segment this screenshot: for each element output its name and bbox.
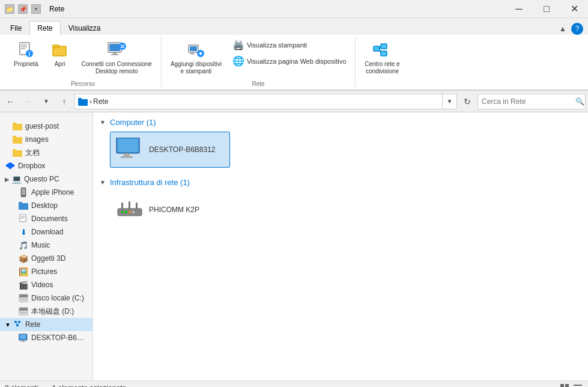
sidebar-item-desktop[interactable]: Desktop xyxy=(0,199,92,212)
tab-visualizza[interactable]: Visualizza xyxy=(61,21,109,35)
svg-rect-56 xyxy=(16,325,19,326)
centro-button[interactable]: Centro rete econdivisione xyxy=(360,37,404,78)
sidebar-item-wenzi[interactable]: 文档 xyxy=(0,146,92,159)
search-container: 🔍 xyxy=(477,94,586,109)
phicomm-k2p-icon xyxy=(115,195,144,224)
ribbon-group-centro-items: Centro rete econdivisione xyxy=(360,37,404,85)
details-view-button[interactable] xyxy=(572,383,583,388)
ribbon: File Rete Visualizza ▲ ? xyxy=(0,18,588,91)
tab-file[interactable]: File xyxy=(2,21,29,35)
path-folder-icon xyxy=(77,96,88,107)
sidebar-item-guest-post[interactable]: guest-post xyxy=(0,120,92,133)
sidebar-item-disco-c[interactable]: Disco locale (C:) xyxy=(0,291,92,305)
svg-rect-69 xyxy=(129,201,130,210)
svg-rect-76 xyxy=(565,384,569,388)
svg-rect-75 xyxy=(560,384,564,388)
svg-rect-23 xyxy=(381,44,387,49)
svg-rect-60 xyxy=(20,335,26,339)
svg-rect-50 xyxy=(20,299,26,300)
forward-button[interactable]: → xyxy=(20,94,36,109)
disco-c-icon xyxy=(18,293,29,303)
sidebar-item-apple-iphone[interactable]: Apple iPhone xyxy=(0,186,92,199)
connetti-button[interactable]: Connetti con ConnessioneDesktop remoto xyxy=(77,37,156,78)
questo-pc-expand[interactable]: ▶ xyxy=(5,176,10,183)
grid-item-desktop-b6b8312[interactable]: DESKTOP-B6B8312 xyxy=(110,132,230,168)
infrastruttura-section-title: Infrastruttura di rete (1) xyxy=(110,178,190,187)
web-icon: 🌐 xyxy=(232,55,244,67)
svg-rect-24 xyxy=(381,51,387,56)
statusbar: 2 elementi 1 elemento selezionato xyxy=(0,380,588,387)
ribbon-tabs: File Rete Visualizza ▲ ? xyxy=(0,18,588,35)
sidebar: guest-post images 文档 xyxy=(0,112,93,380)
grid-item-phicomm-k2p[interactable]: PHICOMM K2P xyxy=(110,192,230,228)
minimize-button[interactable]: ─ xyxy=(505,0,533,18)
pictures-icon: 🖼️ xyxy=(18,266,29,277)
sidebar-item-questo-pc[interactable]: ▶ 💻 Questo PC xyxy=(0,172,92,186)
svg-rect-17 xyxy=(191,52,193,53)
visualizza-pagina-label: Visualizza pagina Web dispositivo xyxy=(247,58,346,65)
sidebar-item-oggetti3d[interactable]: 📦 Oggetti 3D xyxy=(0,252,92,265)
svg-rect-16 xyxy=(190,46,197,51)
computer-toggle[interactable]: ▼ xyxy=(98,117,108,127)
sidebar-item-documents[interactable]: Documents xyxy=(0,212,92,225)
sidebar-item-music[interactable]: 🎵 Music xyxy=(0,239,92,252)
back-button[interactable]: ← xyxy=(2,94,18,109)
aggiungi-button[interactable]: Aggiungi dispositivie stampanti xyxy=(166,37,226,78)
sidebar-item-dropbox[interactable]: Dropbox xyxy=(0,159,92,172)
svg-rect-46 xyxy=(21,217,25,218)
large-icons-view-button[interactable] xyxy=(559,383,570,388)
centro-label: Centro rete econdivisione xyxy=(365,61,399,75)
sidebar-item-videos[interactable]: 🎬 Videos xyxy=(0,278,92,291)
addressbar: ← → ▼ ↑ › Rete ▼ ↻ 🔍 xyxy=(0,91,588,112)
visualizza-stampanti-label: Visualizza stampanti xyxy=(247,41,307,49)
rete-expand[interactable]: ▼ xyxy=(5,321,11,328)
ribbon-group-centro: Centro rete econdivisione xyxy=(356,37,408,87)
sidebar-item-pictures[interactable]: 🖼️ Pictures xyxy=(0,265,92,278)
maximize-button[interactable]: □ xyxy=(533,0,560,18)
computer-items-grid: DESKTOP-B6B8312 xyxy=(98,132,583,168)
path-rete: Rete xyxy=(93,97,108,106)
sidebar-item-download[interactable]: ⬇ Download xyxy=(0,225,92,239)
sidebar-item-wenzi-label: 文档 xyxy=(25,148,40,158)
disco-d-icon xyxy=(18,306,29,317)
apri-button[interactable]: Apri xyxy=(45,37,75,71)
svg-rect-1 xyxy=(21,44,27,46)
svg-rect-9 xyxy=(109,44,120,51)
tab-rete[interactable]: Rete xyxy=(29,21,60,35)
sidebar-item-desktop-b6b83[interactable]: DESKTOP-B6B83 xyxy=(0,331,92,344)
svg-rect-40 xyxy=(22,189,25,195)
svg-rect-66 xyxy=(121,156,133,158)
rete-icon xyxy=(12,319,23,330)
search-icon: 🔍 xyxy=(575,97,588,106)
sidebar-item-dropbox-label: Dropbox xyxy=(18,162,45,170)
ribbon-collapse-button[interactable]: ▲ xyxy=(557,23,569,35)
address-path[interactable]: › Rete xyxy=(75,96,442,107)
up-button[interactable]: ↑ xyxy=(56,94,72,109)
titlebar-buttons: ─ □ ✕ xyxy=(505,0,588,18)
svg-rect-45 xyxy=(21,216,25,216)
infrastruttura-toggle[interactable]: ▼ xyxy=(98,177,108,187)
sidebar-item-rete[interactable]: ▼ Rete xyxy=(0,318,92,331)
infrastruttura-section-header: ▼ Infrastruttura di rete (1) xyxy=(98,177,583,187)
sidebar-item-images-label: images xyxy=(25,135,49,144)
recent-button[interactable]: ▼ xyxy=(38,94,54,109)
search-input[interactable] xyxy=(478,97,575,106)
svg-line-58 xyxy=(17,323,19,325)
centro-icon xyxy=(372,40,392,59)
visualizza-stampanti-button[interactable]: 🖨️ Visualizza stampanti xyxy=(228,37,350,52)
address-dropdown-button[interactable]: ▼ xyxy=(442,94,456,109)
proprieta-button[interactable]: i Proprietà xyxy=(10,37,43,71)
visualizza-pagina-button[interactable]: 🌐 Visualizza pagina Web dispositivo xyxy=(228,53,350,69)
ribbon-rete-links: 🖨️ Visualizza stampanti 🌐 Visualizza pag… xyxy=(228,37,350,69)
svg-rect-55 xyxy=(18,321,20,323)
ribbon-group-rete: Aggiungi dispositivie stampanti 🖨️ Visua… xyxy=(162,37,356,87)
close-button[interactable]: ✕ xyxy=(560,0,588,18)
sidebar-item-images[interactable]: images xyxy=(0,133,92,146)
apri-icon xyxy=(50,40,70,59)
refresh-button[interactable]: ↻ xyxy=(459,94,475,109)
help-button[interactable]: ? xyxy=(571,23,583,35)
svg-rect-53 xyxy=(20,312,26,313)
sidebar-item-disco-d[interactable]: 本地磁盘 (D:) xyxy=(0,305,92,318)
desktop-b6b8312-icon xyxy=(115,135,144,164)
svg-point-71 xyxy=(121,211,124,213)
